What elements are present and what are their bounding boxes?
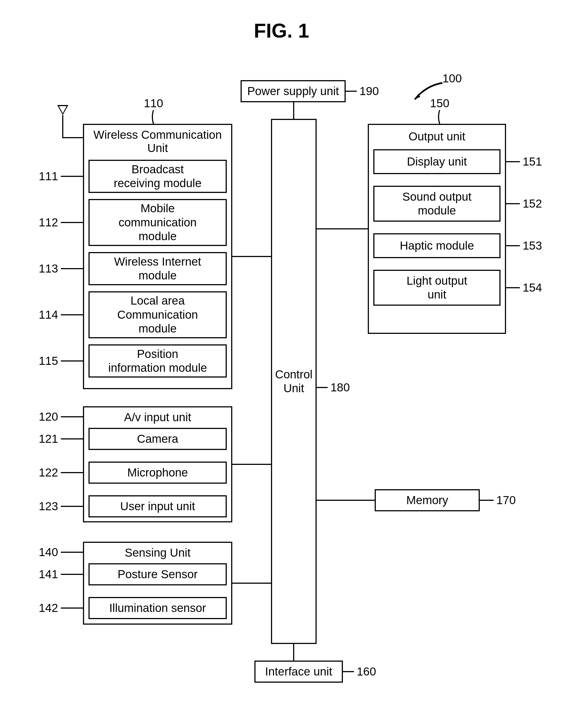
leader-line bbox=[61, 607, 83, 609]
ref-121: 121 bbox=[39, 432, 58, 446]
leader-line bbox=[480, 500, 494, 501]
ref-160: 160 bbox=[357, 665, 376, 678]
illumination-sensor: Illumination sensor bbox=[88, 597, 227, 619]
connector-line bbox=[293, 644, 294, 661]
leader-line bbox=[61, 416, 83, 417]
light-output-label: Light output unit bbox=[407, 274, 467, 302]
connector-line bbox=[293, 102, 294, 119]
leader-line bbox=[61, 552, 83, 553]
ref-110: 110 bbox=[144, 97, 163, 110]
ref-113: 113 bbox=[39, 262, 58, 275]
user-input-unit: User input unit bbox=[88, 495, 227, 517]
haptic-module: Haptic module bbox=[373, 233, 501, 258]
broadcast-label: Broadcast receiving module bbox=[114, 163, 201, 190]
leader-line bbox=[61, 574, 83, 575]
ref-111: 111 bbox=[39, 170, 58, 183]
ref-152: 152 bbox=[523, 197, 542, 210]
power-label: Power supply unit bbox=[247, 84, 339, 98]
leader-line bbox=[61, 314, 83, 315]
diagram-canvas: FIG. 1 100 Power supply unit 190 Control… bbox=[0, 0, 563, 728]
light-output-unit: Light output unit bbox=[373, 270, 501, 306]
position-info-label: Position information module bbox=[108, 347, 207, 375]
ref-150: 150 bbox=[430, 97, 449, 110]
ref-190: 190 bbox=[360, 85, 379, 98]
posture-sensor: Posture Sensor bbox=[88, 563, 227, 585]
antenna-pole bbox=[62, 115, 63, 137]
memory: Memory bbox=[375, 489, 480, 511]
memory-label: Memory bbox=[406, 493, 448, 507]
leader-line bbox=[61, 472, 83, 473]
connector-line bbox=[232, 464, 271, 465]
ref-140: 140 bbox=[39, 546, 58, 559]
user-input-label: User input unit bbox=[120, 499, 195, 513]
broadcast-module: Broadcast receiving module bbox=[88, 160, 227, 193]
leader-line bbox=[61, 222, 83, 223]
leader-line bbox=[317, 387, 328, 388]
wireless-internet-label: Wireless Internet module bbox=[114, 255, 201, 283]
ref-170: 170 bbox=[496, 494, 516, 507]
leader-line bbox=[506, 245, 520, 246]
position-info-module: Position information module bbox=[88, 344, 227, 378]
leader-line bbox=[61, 360, 83, 362]
output-title: Output unit bbox=[369, 130, 505, 143]
interface-label: Interface unit bbox=[265, 665, 333, 679]
mobile-comm-label: Mobile communication module bbox=[119, 201, 196, 243]
sensing-title: Sensing Unit bbox=[84, 546, 231, 559]
leader-line bbox=[61, 268, 83, 269]
leader-curve bbox=[151, 110, 156, 124]
ref-122: 122 bbox=[39, 466, 58, 479]
connector-line bbox=[317, 228, 368, 229]
av-title: A/v input unit bbox=[84, 411, 231, 424]
ref-100: 100 bbox=[443, 72, 462, 85]
display-label: Display unit bbox=[407, 155, 467, 169]
leader-line bbox=[506, 203, 520, 204]
connector-line bbox=[232, 583, 271, 584]
leader-line bbox=[61, 506, 83, 507]
display-unit: Display unit bbox=[373, 149, 501, 174]
haptic-label: Haptic module bbox=[400, 239, 474, 253]
connector-line bbox=[317, 500, 375, 501]
ref-112: 112 bbox=[39, 216, 58, 229]
local-area-module: Local area Communication module bbox=[88, 291, 227, 338]
ref-180: 180 bbox=[331, 381, 350, 394]
power-supply-unit: Power supply unit bbox=[240, 80, 346, 102]
control-label: Control Unit bbox=[275, 368, 313, 396]
leader-line bbox=[61, 438, 83, 439]
ref-120: 120 bbox=[39, 410, 58, 423]
interface-unit: Interface unit bbox=[254, 661, 343, 683]
camera-label: Camera bbox=[137, 432, 178, 446]
camera: Camera bbox=[88, 428, 227, 450]
illumination-label: Illumination sensor bbox=[109, 601, 206, 615]
posture-label: Posture Sensor bbox=[117, 567, 198, 581]
ref-141: 141 bbox=[39, 568, 58, 581]
antenna-icon-inner bbox=[59, 106, 67, 113]
leader-line bbox=[346, 91, 357, 92]
antenna-connector bbox=[62, 137, 83, 138]
leader-line bbox=[61, 176, 83, 177]
ref-151: 151 bbox=[523, 155, 542, 168]
figure-title: FIG. 1 bbox=[0, 19, 563, 42]
leader-curve bbox=[437, 110, 443, 124]
ref-142: 142 bbox=[39, 601, 58, 615]
microphone: Microphone bbox=[88, 462, 227, 484]
connector-line bbox=[232, 256, 271, 257]
ref-153: 153 bbox=[523, 239, 542, 252]
control-unit: Control Unit bbox=[271, 119, 317, 644]
ref-115: 115 bbox=[39, 354, 58, 368]
mobile-comm-module: Mobile communication module bbox=[88, 199, 227, 246]
ref-114: 114 bbox=[39, 308, 58, 321]
leader-line bbox=[343, 671, 354, 672]
ref-123: 123 bbox=[39, 500, 58, 513]
leader-line bbox=[506, 161, 520, 162]
wireless-internet-module: Wireless Internet module bbox=[88, 252, 227, 285]
sound-output-label: Sound output module bbox=[402, 190, 472, 218]
leader-line bbox=[506, 287, 520, 288]
wireless-title: Wireless Communication Unit bbox=[84, 128, 231, 155]
ref-154: 154 bbox=[523, 281, 542, 294]
sound-output-module: Sound output module bbox=[373, 186, 501, 222]
local-area-label: Local area Communication module bbox=[117, 294, 198, 336]
microphone-label: Microphone bbox=[127, 466, 188, 480]
